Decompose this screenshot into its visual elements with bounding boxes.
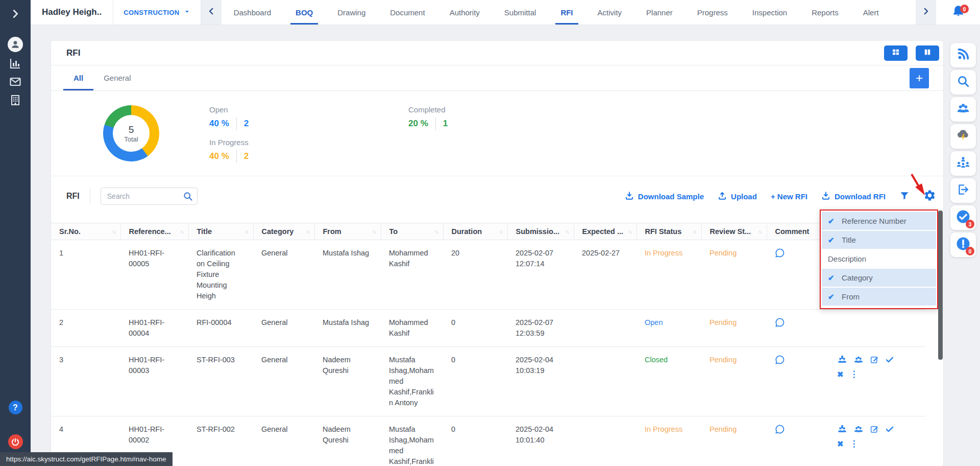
nav-tab-submittal[interactable]: Submittal [492,0,549,25]
sort-icon[interactable]: ↑↓ [566,229,570,235]
header-review-status[interactable]: Review St...↑↓ [701,223,767,240]
tab-general[interactable]: General [93,65,141,90]
team-button[interactable] [950,97,976,122]
header-from[interactable]: From↑↓ [314,223,381,240]
approve-check-icon[interactable] [885,425,894,434]
module-selector[interactable]: CONSTRUCTION [113,0,201,25]
column-settings-menu: ✔ Reference Number ✔ Title Description ✔… [820,209,938,309]
cell-from: Mustafa Ishag [314,240,381,310]
nav-tab-dashboard[interactable]: Dashboard [222,0,283,25]
sort-icon[interactable]: ↑↓ [435,229,439,235]
sort-icon[interactable]: ↑↓ [306,229,310,235]
nav-tab-boq[interactable]: BOQ [283,0,325,25]
notification-badge: 0 [960,5,969,13]
cell-submission: 2025-02-07 12:07:14 [507,240,574,310]
menu-item-reference-number[interactable]: ✔ Reference Number [822,212,936,230]
nav-tab-drawing[interactable]: Drawing [325,0,378,25]
sidebar-item-logout[interactable] [0,434,31,449]
menu-item-description[interactable]: Description [822,250,936,268]
upload-button[interactable]: Upload [718,191,757,202]
comment-icon[interactable] [775,358,785,366]
cell-reference: HH01-RFI-00003 [120,347,188,416]
approvals-button[interactable]: 3 [950,205,976,230]
header-reference[interactable]: Reference...↑↓ [120,223,188,240]
nav-scroll-left-button[interactable] [201,0,222,25]
edit-icon[interactable] [870,425,879,434]
sort-icon[interactable]: ↑↓ [499,229,503,235]
comment-icon[interactable] [775,321,785,329]
sort-icon[interactable]: ↑↓ [373,229,377,235]
cell-expected [574,416,636,466]
assign-users-icon[interactable] [853,424,864,434]
header-expected[interactable]: Expected ...↑↓ [574,223,636,240]
module-selector-label: CONSTRUCTION [124,9,180,16]
nav-scroll-right-button[interactable] [916,0,936,25]
weather-button[interactable] [950,124,976,149]
alerts-button[interactable]: 0 [950,232,976,257]
nav-tab-progress[interactable]: Progress [685,0,740,25]
header-submission[interactable]: Submissio...↑↓ [507,223,574,240]
sidebar-item-analytics[interactable] [0,57,31,72]
sidebar-item-mail[interactable] [0,76,31,90]
status-badge: Open [636,310,701,347]
header-category[interactable]: Category↑↓ [253,223,314,240]
column-view-button[interactable] [916,45,939,61]
assign-users-settings-icon[interactable] [837,424,847,434]
nav-tab-rfi[interactable]: RFI [548,0,585,25]
comment-icon[interactable] [775,251,785,260]
project-name[interactable]: Hadley Heigh.. [31,0,113,25]
comment-icon[interactable] [775,428,785,436]
nav-tab-document[interactable]: Document [378,0,437,25]
grid-view-button[interactable] [884,45,908,61]
sort-icon[interactable]: ↑↓ [245,229,249,235]
search-rail-button[interactable] [950,70,976,95]
approve-check-icon[interactable] [885,355,894,364]
header-duration[interactable]: Duration↑↓ [443,223,507,240]
menu-item-category[interactable]: ✔ Category [822,269,936,287]
new-rfi-button[interactable]: + New RFI [771,192,807,201]
cell-expected: 2025-02-27 [574,240,636,310]
edit-icon[interactable] [870,355,879,364]
table-row: 2 HH01-RFI-00004 RFI-00004 General Musta… [51,310,926,347]
download-sample-button[interactable]: Download Sample [625,191,704,202]
reject-x-icon[interactable]: ✖ [837,439,844,449]
sort-icon[interactable]: ↑↓ [758,229,763,235]
sort-icon[interactable]: ↑↓ [180,229,184,235]
more-options-icon[interactable]: ⋮ [850,439,859,449]
notifications-button[interactable]: 0 [936,0,980,25]
cell-reference: HH01-RFI-00004 [120,310,188,347]
search-icon[interactable] [183,191,193,203]
assign-users-settings-icon[interactable] [837,355,847,365]
sort-icon[interactable]: ↑↓ [112,229,116,235]
header-title[interactable]: Title↑↓ [188,223,253,240]
sort-icon[interactable]: ↑↓ [628,229,632,235]
nav-tab-alert[interactable]: Alert [851,0,891,25]
sidebar-item-organization[interactable] [0,94,31,108]
menu-item-title[interactable]: ✔ Title [822,231,936,249]
header-rfi-status[interactable]: RFI Status↑↓ [636,223,701,240]
table-row: 3 HH01-RFI-00003 ST-RFI-003 General Nade… [51,347,926,416]
caret-down-icon [184,8,190,16]
reject-x-icon[interactable]: ✖ [837,370,844,379]
header-srno[interactable]: Sr.No.↑↓ [51,223,120,240]
download-rfi-button[interactable]: Download RFI [821,191,886,202]
sort-icon[interactable]: ↑↓ [693,229,697,235]
nav-tab-reports[interactable]: Reports [799,0,851,25]
meeting-button[interactable] [950,151,976,176]
nav-tab-planner[interactable]: Planner [634,0,685,25]
assign-users-icon[interactable] [853,355,864,365]
nav-tab-inspection[interactable]: Inspection [740,0,799,25]
sidebar-expand-button[interactable] [0,8,31,21]
add-rfi-button[interactable]: + [910,68,929,88]
menu-item-from[interactable]: ✔ From [822,288,936,306]
sidebar-item-profile[interactable] [0,37,31,52]
site-exit-button[interactable] [950,178,976,203]
tab-all[interactable]: All [63,65,93,90]
more-options-icon[interactable]: ⋮ [850,370,859,379]
sidebar-item-help[interactable]: ? [0,401,31,414]
nav-tab-authority[interactable]: Authority [437,0,492,25]
rss-feed-button[interactable] [950,43,976,67]
table-scrollbar[interactable] [938,211,943,360]
header-to[interactable]: To↑↓ [381,223,443,240]
nav-tab-activity[interactable]: Activity [585,0,634,25]
